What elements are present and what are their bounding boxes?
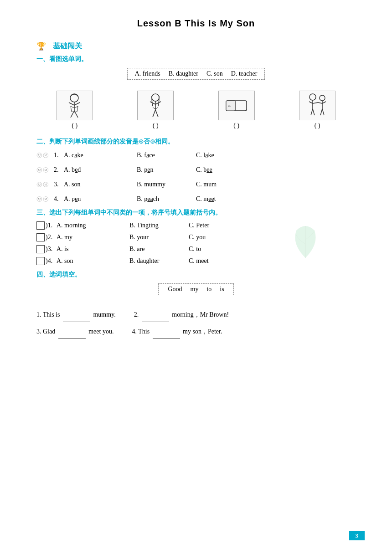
- figure3-svg: ✏: [222, 92, 251, 119]
- pron-row-4: 4. A. pen B. peach C. meet: [36, 194, 356, 204]
- svg-point-7: [152, 94, 159, 101]
- svg-point-17: [309, 94, 316, 100]
- svg-line-3: [69, 103, 74, 105]
- section3-3b: B. are: [129, 246, 189, 253]
- svg-line-22: [313, 109, 315, 115]
- bracket-blank-1: [36, 221, 45, 230]
- pron-1b: B. face: [137, 152, 196, 159]
- pron-4b: B. peach: [137, 195, 196, 203]
- section2-subtitle: 二、判断下列单词画线部分的发音是⊙否⊙相同。: [36, 138, 356, 146]
- pron-num-3: 3.: [54, 181, 62, 188]
- fill-2-right: 4. This my son，Peter.: [132, 325, 222, 339]
- images-row: ✏: [36, 91, 356, 120]
- section4-subtitle: 四、选词填空。: [36, 271, 356, 279]
- choice-num-3: )3.: [46, 246, 57, 253]
- word-good: Good: [168, 286, 182, 293]
- fill-blank-3[interactable]: [58, 339, 86, 339]
- section3-2a: A. my: [57, 234, 129, 241]
- svg-line-4: [74, 103, 80, 105]
- svg-text:🏆: 🏆: [36, 41, 46, 51]
- fill-blank-2[interactable]: [142, 322, 169, 322]
- fill-rows: 1. This is mummy. 2. morning，Mr Brown! 3…: [36, 308, 356, 339]
- image-box-3: ✏: [218, 91, 255, 120]
- svg-point-44: [43, 182, 48, 187]
- svg-point-40: [46, 169, 46, 169]
- pron-2c: C. bee: [196, 166, 242, 174]
- bracket-row: ( ) ( ) ( ) ( ): [36, 122, 356, 129]
- svg-point-50: [43, 197, 48, 202]
- svg-line-27: [320, 109, 322, 115]
- word-to: to: [206, 286, 211, 293]
- svg-point-41: [37, 182, 42, 187]
- svg-line-12: [155, 110, 158, 117]
- bracket-4: ( ): [299, 122, 335, 129]
- bottom-bar: 3: [0, 531, 392, 540]
- image-item-2: [137, 91, 174, 120]
- word-my: my: [191, 286, 199, 293]
- svg-point-34: [46, 154, 46, 155]
- page-number: 3: [349, 531, 365, 540]
- fill-1-right: 2. morning，Mr Brown!: [134, 308, 229, 322]
- page-title: Lesson B This Is My Son: [36, 18, 356, 29]
- svg-point-29: [37, 153, 42, 158]
- pron-row-3: 3. A. son B. mummy C. mum: [36, 180, 356, 190]
- svg-point-35: [37, 168, 42, 173]
- options-box: A. friends B. daughter C. son D. teacher: [127, 68, 265, 80]
- pronunciation-section: 1. A. cake B. face C. lake 2. A. bed B. …: [36, 150, 356, 204]
- svg-point-33: [45, 154, 45, 155]
- image-item-4: [299, 91, 335, 120]
- pron-row-1: 1. A. cake B. face C. lake: [36, 150, 356, 160]
- pron-1a: A. cake: [64, 152, 137, 159]
- section3-row-2: )2. A. my B. your C. you: [36, 233, 356, 241]
- fill-blank-4[interactable]: [153, 339, 180, 339]
- section-header: 🏆 基础闯关: [36, 40, 356, 52]
- fill-1-left: 1. This is mummy.: [36, 308, 116, 322]
- smiley-4: [36, 194, 51, 204]
- svg-point-37: [40, 169, 40, 169]
- section4: 四、选词填空。 Good my to is 1. This is mummy. …: [36, 271, 356, 339]
- svg-line-20: [313, 103, 318, 103]
- section3-3c: C. to: [189, 246, 234, 253]
- option-a: A. friends: [135, 70, 160, 77]
- svg-line-19: [309, 102, 313, 103]
- section-label: 基础闯关: [53, 41, 82, 51]
- fill-blank-1[interactable]: [63, 322, 90, 322]
- bracket-1: ( ): [57, 122, 93, 129]
- svg-point-43: [40, 184, 40, 184]
- section3-4b: B. daughter: [129, 257, 189, 265]
- choice-num-1: )1.: [46, 222, 57, 229]
- svg-point-45: [45, 184, 45, 184]
- svg-line-25: [318, 103, 322, 103]
- pron-1c: C. lake: [196, 152, 242, 159]
- svg-point-31: [40, 154, 40, 155]
- svg-point-47: [37, 197, 42, 202]
- smiley-3: [36, 180, 51, 190]
- pron-4a: A. pen: [64, 195, 137, 203]
- pron-row-2: 2. A. bed B. pen C. bee: [36, 165, 356, 175]
- choice-num-4: )4.: [46, 257, 57, 265]
- smiley-2: [36, 165, 51, 175]
- section1-subtitle: 一、看图选单词。: [36, 55, 356, 63]
- pron-3b: B. mummy: [137, 181, 196, 188]
- svg-line-11: [153, 110, 155, 117]
- image-item-1: [57, 91, 93, 120]
- image-item-3: ✏: [218, 91, 255, 120]
- svg-point-46: [46, 184, 46, 184]
- word-is: is: [220, 286, 224, 293]
- svg-line-21: [311, 109, 313, 115]
- svg-point-51: [45, 198, 45, 199]
- svg-point-39: [45, 169, 45, 169]
- choice-num-2: )2.: [46, 234, 57, 241]
- section3-row-1: )1. A. morning B. Tingting C. Peter: [36, 221, 356, 230]
- figure4-svg: [303, 92, 332, 119]
- bracket-blank-3: [36, 245, 45, 253]
- section3-subtitle: 三、选出下列每组单词中不同类的一项，将序号填入题前括号内。: [36, 209, 356, 217]
- section3-2b: B. your: [129, 234, 189, 241]
- image-box-4: [299, 91, 335, 120]
- pron-num-2: 2.: [54, 166, 62, 174]
- pron-4c: C. meet: [196, 195, 242, 203]
- section3-1c: C. Peter: [189, 222, 234, 229]
- section3-4c: C. meet: [189, 257, 234, 265]
- crown-icon: 🏆: [36, 40, 49, 52]
- bracket-blank-4: [36, 257, 45, 265]
